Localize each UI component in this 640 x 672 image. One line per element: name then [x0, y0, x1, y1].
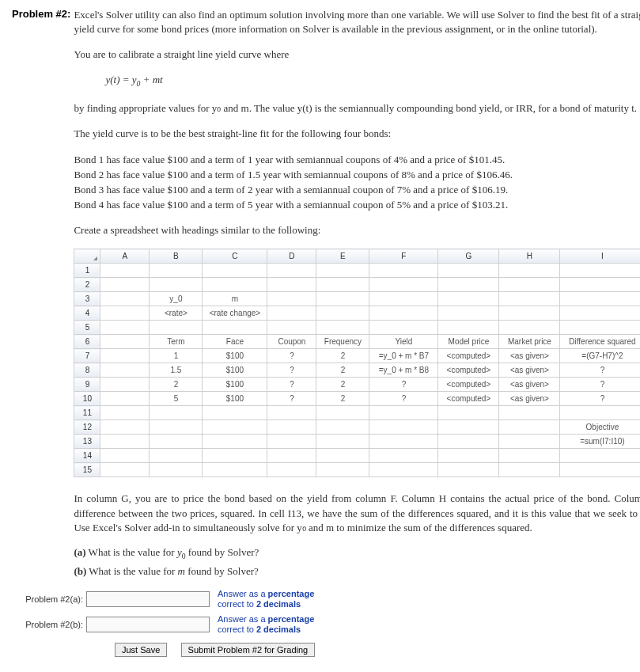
bestfit-paragraph: The yield curve is to be the best straig… — [74, 127, 640, 141]
cell: 2 — [316, 378, 369, 392]
cell: <rate> — [150, 306, 203, 321]
cell: ? — [267, 349, 316, 363]
col-header: G — [438, 249, 499, 264]
question-b: (b) (b) What is the value for m found by… — [74, 565, 640, 578]
cell: $100 — [203, 363, 267, 378]
cell: ? — [369, 392, 438, 406]
row-header: 14 — [74, 449, 100, 463]
bond-2: Bond 2 has face value $100 and a term of… — [74, 168, 640, 182]
cell: <computed> — [438, 392, 499, 406]
cell: ? — [267, 392, 316, 406]
formula: y(t) = y0 + mt — [105, 74, 640, 88]
cell: 5 — [150, 392, 203, 406]
cell: Difference squared — [560, 335, 640, 349]
cell: 2 — [316, 349, 369, 363]
explain-paragraph: In column G, you are to price the bond b… — [74, 492, 640, 535]
cell: Frequency — [316, 335, 369, 349]
answer-b-input[interactable] — [86, 617, 210, 632]
just-save-button[interactable]: Just Save — [115, 643, 167, 657]
cell: $100 — [203, 378, 267, 392]
answer-a-label: Problem #2(a): — [12, 594, 86, 604]
row-header: 10 — [74, 392, 100, 406]
cell: Term — [150, 335, 203, 349]
cell: <computed> — [438, 363, 499, 378]
cell: Objective — [560, 420, 640, 435]
cell: m — [203, 292, 267, 306]
find-paragraph: by finding appropriate values for y₀ and… — [74, 101, 640, 116]
cell: 2 — [316, 392, 369, 406]
cell: ? — [560, 363, 640, 378]
cell: 1 — [150, 349, 203, 363]
col-header: F — [369, 249, 438, 264]
row-header: 13 — [74, 435, 100, 449]
leadin-paragraph: You are to calibrate a straight line yie… — [74, 47, 640, 62]
cell: 1.5 — [150, 363, 203, 378]
row-header: 8 — [74, 363, 100, 378]
col-header: E — [316, 249, 369, 264]
bond-4: Bond 4 has face value $100 and a term of… — [74, 198, 640, 212]
create-sheet-paragraph: Create a spreadsheet with headings simil… — [74, 223, 640, 237]
cell: ? — [560, 392, 640, 406]
cell: Face — [203, 335, 267, 349]
bond-list: Bond 1 has face value $100 and a term of… — [74, 153, 640, 213]
submit-button[interactable]: Submit Problem #2 for Grading — [181, 643, 316, 657]
cell: y_0 — [150, 292, 203, 306]
sheet-corner — [74, 249, 100, 264]
answer-a-input[interactable] — [86, 591, 210, 607]
cell: <as given> — [499, 392, 560, 406]
cell: =sum(I7:I10) — [560, 435, 640, 449]
cell: ? — [560, 378, 640, 392]
cell: $100 — [203, 392, 267, 406]
intro-paragraph: Excel's Solver utility can also find an … — [74, 8, 640, 36]
col-header: B — [150, 249, 203, 264]
col-header: D — [267, 249, 316, 264]
cell: Coupon — [267, 335, 316, 349]
problem-label: Problem #2: — [12, 8, 74, 20]
cell: ? — [369, 378, 438, 392]
answer-b-hint: Answer as a percentage correct to 2 deci… — [218, 614, 314, 635]
cell: Model price — [438, 335, 499, 349]
row-header: 11 — [74, 406, 100, 420]
spreadsheet-template: A B C D E F G H I J 1 2 3y_0m 4<rate><ra… — [74, 249, 640, 477]
cell: <computed> — [438, 378, 499, 392]
cell: 2 — [316, 363, 369, 378]
question-a: (a) (a) What is the value for y₀ found b… — [74, 546, 640, 560]
cell: <rate change> — [203, 306, 267, 321]
row-header: 3 — [74, 292, 100, 306]
col-header: C — [203, 249, 267, 264]
row-header: 12 — [74, 420, 100, 435]
row-header: 6 — [74, 335, 100, 349]
cell: ? — [267, 378, 316, 392]
cell: <as given> — [499, 378, 560, 392]
cell: =y_0 + m * B8 — [369, 363, 438, 378]
cell: $100 — [203, 349, 267, 363]
cell: 2 — [150, 378, 203, 392]
cell: =y_0 + m * B7 — [369, 349, 438, 363]
col-header: A — [100, 249, 150, 264]
answer-a-hint: Answer as a percentage correct to 2 deci… — [218, 589, 314, 609]
bond-1: Bond 1 has face value $100 and a term of… — [74, 153, 640, 167]
row-header: 2 — [74, 278, 100, 292]
cell: Yield — [369, 335, 438, 349]
cell: <as given> — [499, 349, 560, 363]
cell: <as given> — [499, 363, 560, 378]
cell: Market price — [499, 335, 560, 349]
cell: =(G7-H7)^2 — [560, 349, 640, 363]
answer-b-label: Problem #2(b): — [12, 620, 86, 629]
row-header: 15 — [74, 463, 100, 477]
row-header: 1 — [74, 264, 100, 278]
row-header: 5 — [74, 321, 100, 335]
bond-3: Bond 3 has face value $100 and a term of… — [74, 183, 640, 197]
row-header: 4 — [74, 306, 100, 321]
row-header: 7 — [74, 349, 100, 363]
cell: ? — [267, 363, 316, 378]
row-header: 9 — [74, 378, 100, 392]
cell: <computed> — [438, 349, 499, 363]
col-header: H — [499, 249, 560, 264]
col-header: I — [560, 249, 640, 264]
